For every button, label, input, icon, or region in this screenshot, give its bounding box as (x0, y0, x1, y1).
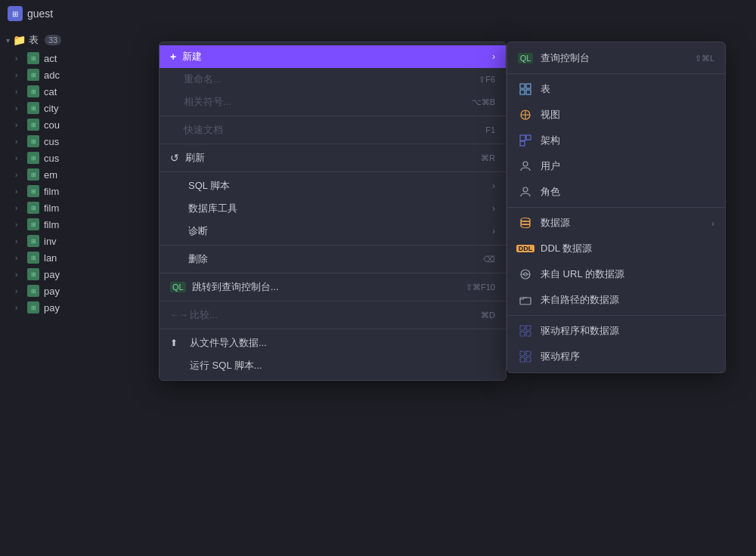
context-menu: + 新建 › 重命名... ⇧F6 相关符号... ⌥⌘B 快速文档 F1 ↺ … (159, 42, 507, 381)
shortcut-refresh: ⌘R (481, 153, 495, 163)
table-icon: ⊞ (27, 301, 39, 314)
table-icon: ⊞ (27, 185, 39, 197)
submenu-label-driver-ds: 驱动程序和数据源 (541, 324, 619, 338)
menu-item-run-sql[interactable]: 运行 SQL 脚本... (160, 354, 506, 377)
submenu-item-view[interactable]: 视图 (507, 102, 725, 128)
import-icon: ⬆ (170, 338, 184, 348)
submenu-item-role[interactable]: 角色 (507, 179, 725, 205)
tree-item-cat[interactable]: › ⊞ cat (0, 83, 159, 100)
menu-label-sql-script: SQL 脚本 (188, 179, 230, 193)
menu-item-db-tools[interactable]: 数据库工具 › (160, 197, 506, 220)
svg-rect-23 (526, 326, 531, 330)
submenu-item-table[interactable]: 表 (507, 76, 725, 102)
chevron-icon: › (15, 237, 23, 246)
tree-item-film3[interactable]: › ⊞ film (0, 216, 159, 233)
sidebar: ⊞ guest ▾ 📁 表 33 › ⊞ act › ⊞ adc › ⊞ cat… (0, 0, 159, 556)
tree-root[interactable]: ▾ 📁 表 33 (0, 30, 159, 50)
menu-item-delete[interactable]: 删除 ⌫ (160, 248, 506, 270)
chevron-icon: › (15, 171, 23, 179)
driver-ds-icon (518, 323, 533, 338)
submenu-item-url-datasource[interactable]: 来自 URL 的数据源 (507, 261, 725, 287)
svg-rect-8 (526, 135, 531, 140)
table-name: film (44, 219, 59, 230)
folder-icon: 📁 (13, 34, 26, 46)
submenu-label-user: 用户 (541, 159, 560, 173)
table-name: cou (44, 119, 60, 131)
divider-7 (160, 329, 506, 329)
divider-3 (160, 171, 506, 172)
tree-item-cou[interactable]: › ⊞ cou (0, 116, 159, 133)
arrow-icon: › (492, 226, 495, 236)
shortcut-delete: ⌫ (483, 255, 495, 264)
chevron-icon: › (15, 137, 23, 146)
table-name: cat (44, 86, 57, 97)
table-icon: ⊞ (27, 235, 39, 247)
menu-item-quickdoc: 快速文档 F1 (160, 119, 506, 141)
menu-item-import[interactable]: ⬆ 从文件导入数据... (160, 332, 506, 354)
svg-rect-3 (526, 90, 531, 94)
menu-item-sql-script[interactable]: SQL 脚本 › (160, 175, 506, 197)
user-icon (518, 159, 533, 174)
shortcut-quickdoc: F1 (485, 125, 495, 134)
submenu-item-driver-ds[interactable]: 驱动程序和数据源 (507, 318, 725, 344)
menu-item-diagnose[interactable]: 诊断 › (160, 220, 506, 242)
arrow-icon: › (492, 181, 495, 191)
submenu-item-datasource[interactable]: 数据源 › (507, 210, 725, 236)
table-icon: ⊞ (27, 152, 39, 164)
submenu-item-user[interactable]: 用户 (507, 153, 725, 179)
tree-item-adc[interactable]: › ⊞ adc (0, 66, 159, 83)
chevron-icon: › (15, 254, 23, 262)
arrow-icon: › (492, 51, 495, 62)
divider-6 (160, 301, 506, 301)
table-name: cus (44, 153, 59, 164)
compare-icon: ←→ (170, 310, 184, 320)
tree-item-film2[interactable]: › ⊞ film (0, 199, 159, 216)
shortcut-goto-query: ⇧⌘F10 (466, 283, 495, 292)
tree-item-lan[interactable]: › ⊞ lan (0, 249, 159, 266)
table-icon: ⊞ (27, 69, 39, 81)
tree-item-pay1[interactable]: › ⊞ pay (0, 266, 159, 283)
submenu-item-driver[interactable]: 驱动程序 (507, 344, 725, 369)
chevron-icon: › (15, 88, 23, 96)
menu-label-db-tools: 数据库工具 (188, 202, 237, 215)
submenu-label-path: 来自路径的数据源 (541, 293, 619, 307)
table-icon: ⊞ (27, 268, 39, 280)
table-icon: ⊞ (27, 119, 39, 131)
svg-rect-26 (520, 351, 525, 356)
tree-item-city[interactable]: › ⊞ city (0, 100, 159, 116)
tree-item-cus1[interactable]: › ⊞ cus (0, 133, 159, 150)
submenu-label-url: 来自 URL 的数据源 (541, 267, 624, 281)
url-icon (518, 267, 533, 282)
tree-item-inv[interactable]: › ⊞ inv (0, 233, 159, 249)
svg-rect-7 (520, 135, 525, 141)
submenu-item-ddl-datasource[interactable]: DDL DDL 数据源 (507, 236, 725, 261)
plus-icon: + (170, 51, 176, 63)
tree-item-pay2[interactable]: › ⊞ pay (0, 283, 159, 299)
driver-icon (518, 349, 533, 364)
submenu-item-query-console[interactable]: QL 查询控制台 ⇧⌘L (507, 45, 725, 71)
tree-section: ▾ 📁 表 33 › ⊞ act › ⊞ adc › ⊞ cat › ⊞ cit… (0, 27, 159, 319)
schema-icon (518, 133, 533, 148)
menu-label-refresh: 刷新 (185, 151, 205, 165)
submenu-item-schema[interactable]: 架构 (507, 128, 725, 153)
tree-item-film1[interactable]: › ⊞ film (0, 183, 159, 199)
submenu-label-driver: 驱动程序 (541, 350, 580, 363)
chevron-icon: › (15, 287, 23, 295)
datasource-arrow: › (711, 218, 714, 229)
submenu-label-view: 视图 (541, 108, 560, 122)
tree-item-pay3[interactable]: › ⊞ pay (0, 299, 159, 316)
ddl-icon: DDL (518, 241, 533, 256)
svg-rect-22 (520, 326, 525, 330)
menu-item-goto-query[interactable]: QL 跳转到查询控制台... ⇧⌘F10 (160, 276, 506, 298)
chevron-icon: › (15, 121, 23, 129)
menu-item-refresh[interactable]: ↺ 刷新 ⌘R (160, 147, 506, 169)
chevron-icon: › (15, 270, 23, 279)
submenu-item-path-datasource[interactable]: 来自路径的数据源 (507, 287, 725, 313)
table-name: pay (44, 286, 60, 297)
tree-item-act[interactable]: › ⊞ act (0, 50, 159, 66)
menu-label-related: 相关符号... (184, 95, 231, 109)
expand-all-icon: ▾ (6, 36, 10, 45)
tree-item-em[interactable]: › ⊞ em (0, 166, 159, 183)
menu-item-new[interactable]: + 新建 › (160, 45, 506, 68)
tree-item-cus2[interactable]: › ⊞ cus (0, 150, 159, 166)
